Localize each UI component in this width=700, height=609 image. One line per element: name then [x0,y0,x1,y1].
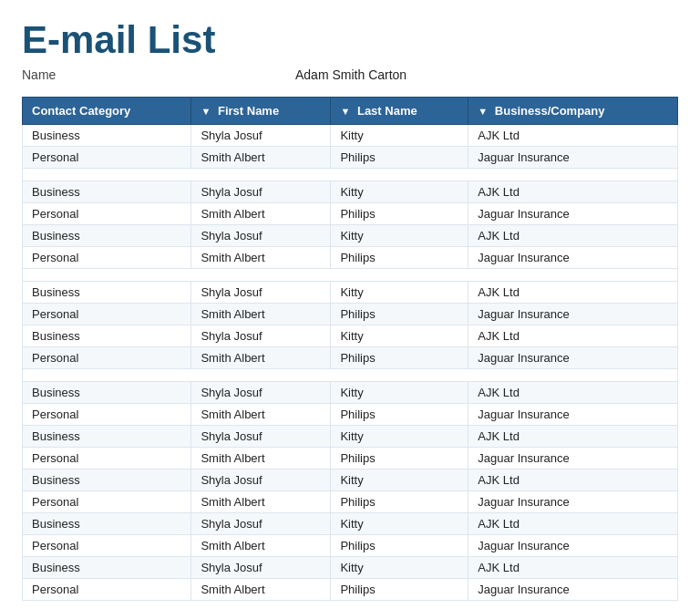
cell-last_name: Kitty [331,513,468,535]
table-header: Contact Category ▼ First Name ▼ Last Nam… [23,98,678,125]
cell-last_name: Philips [331,247,468,269]
cell-business: Jaguar Insurance [468,203,678,225]
cell-last_name: Kitty [331,382,468,404]
cell-category: Personal [23,404,191,426]
cell-last_name: Philips [331,535,468,557]
table-row: BusinessShyla JosufKittyAJK Ltd [23,426,678,448]
cell-last_name: Kitty [331,557,468,579]
cell-business: AJK Ltd [468,282,678,304]
cell-first_name: Smith Albert [191,347,331,369]
page-title: E-mail List [22,18,678,62]
cell-business: Jaguar Insurance [468,247,678,269]
cell-first_name: Shyla Josuf [191,125,331,147]
cell-last_name: Philips [331,579,468,601]
cell-first_name: Smith Albert [191,147,331,169]
cell-last_name: Philips [331,448,468,470]
cell-business: AJK Ltd [468,426,678,448]
table-row: PersonalSmith AlbertPhilipsJaguar Insura… [23,203,678,225]
table-row: PersonalSmith AlbertPhilipsJaguar Insura… [23,247,678,269]
cell-first_name: Shyla Josuf [191,181,331,203]
table-row: BusinessShyla JosufKittyAJK Ltd [23,557,678,579]
group-separator [23,169,678,181]
cell-first_name: Smith Albert [191,304,331,325]
cell-first_name: Shyla Josuf [191,325,331,347]
col-category: Contact Category [23,98,191,125]
cell-first_name: Smith Albert [191,535,331,557]
cell-business: Jaguar Insurance [468,304,678,325]
cell-category: Business [23,125,191,147]
cell-category: Business [23,282,191,304]
cell-category: Business [23,181,191,203]
cell-first_name: Smith Albert [191,491,331,513]
cell-category: Personal [23,247,191,269]
cell-first_name: Shyla Josuf [191,382,331,404]
cell-first_name: Shyla Josuf [191,557,331,579]
cell-business: AJK Ltd [468,557,678,579]
table-row: BusinessShyla JosufKittyAJK Ltd [23,181,678,203]
cell-last_name: Kitty [331,181,468,203]
cell-business: AJK Ltd [468,382,678,404]
cell-business: AJK Ltd [468,181,678,203]
cell-category: Personal [23,535,191,557]
table-row: BusinessShyla JosufKittyAJK Ltd [23,282,678,304]
cell-business: Jaguar Insurance [468,491,678,513]
cell-category: Business [23,426,191,448]
cell-category: Personal [23,579,191,601]
cell-business: Jaguar Insurance [468,404,678,426]
group-separator [23,269,678,282]
table-row: BusinessShyla JosufKittyAJK Ltd [23,470,678,491]
cell-category: Personal [23,203,191,225]
cell-last_name: Kitty [331,282,468,304]
cell-category: Business [23,325,191,347]
col-firstname[interactable]: ▼ First Name [191,98,331,125]
cell-business: AJK Ltd [468,470,678,491]
cell-category: Business [23,557,191,579]
cell-first_name: Smith Albert [191,247,331,269]
cell-first_name: Shyla Josuf [191,225,331,247]
cell-last_name: Philips [331,404,468,426]
cell-business: AJK Ltd [468,513,678,535]
cell-first_name: Smith Albert [191,448,331,470]
col-business[interactable]: ▼ Business/Company [468,98,678,125]
table-row: PersonalSmith AlbertPhilipsJaguar Insura… [23,579,678,601]
cell-category: Personal [23,347,191,369]
cell-first_name: Shyla Josuf [191,426,331,448]
cell-business: AJK Ltd [468,225,678,247]
cell-business: Jaguar Insurance [468,147,678,169]
table-body: BusinessShyla JosufKittyAJK LtdPersonalS… [23,125,678,601]
cell-last_name: Kitty [331,325,468,347]
cell-category: Personal [23,448,191,470]
cell-last_name: Kitty [331,470,468,491]
cell-business: Jaguar Insurance [468,448,678,470]
filter-icon-lastname: ▼ [340,106,350,117]
cell-last_name: Kitty [331,225,468,247]
cell-last_name: Philips [331,491,468,513]
table-row: BusinessShyla JosufKittyAJK Ltd [23,513,678,535]
email-list-table: Contact Category ▼ First Name ▼ Last Nam… [22,97,678,601]
cell-last_name: Philips [331,304,468,325]
group-separator [23,369,678,382]
table-row: PersonalSmith AlbertPhilipsJaguar Insura… [23,147,678,169]
table-row: BusinessShyla JosufKittyAJK Ltd [23,125,678,147]
cell-category: Business [23,513,191,535]
table-row: PersonalSmith AlbertPhilipsJaguar Insura… [23,404,678,426]
cell-first_name: Shyla Josuf [191,513,331,535]
cell-business: AJK Ltd [468,125,678,147]
cell-category: Business [23,225,191,247]
cell-category: Personal [23,491,191,513]
cell-category: Personal [23,147,191,169]
filter-icon-firstname: ▼ [201,106,211,117]
cell-business: Jaguar Insurance [468,579,678,601]
table-row: BusinessShyla JosufKittyAJK Ltd [23,325,678,347]
cell-last_name: Philips [331,147,468,169]
table-row: PersonalSmith AlbertPhilipsJaguar Insura… [23,448,678,470]
name-row: Name Adam Smith Carton [22,67,678,82]
cell-last_name: Philips [331,203,468,225]
cell-last_name: Kitty [331,426,468,448]
col-lastname[interactable]: ▼ Last Name [331,98,468,125]
cell-business: Jaguar Insurance [468,535,678,557]
header-row: Contact Category ▼ First Name ▼ Last Nam… [23,98,678,125]
table-row: PersonalSmith AlbertPhilipsJaguar Insura… [23,347,678,369]
cell-business: Jaguar Insurance [468,347,678,369]
cell-business: AJK Ltd [468,325,678,347]
